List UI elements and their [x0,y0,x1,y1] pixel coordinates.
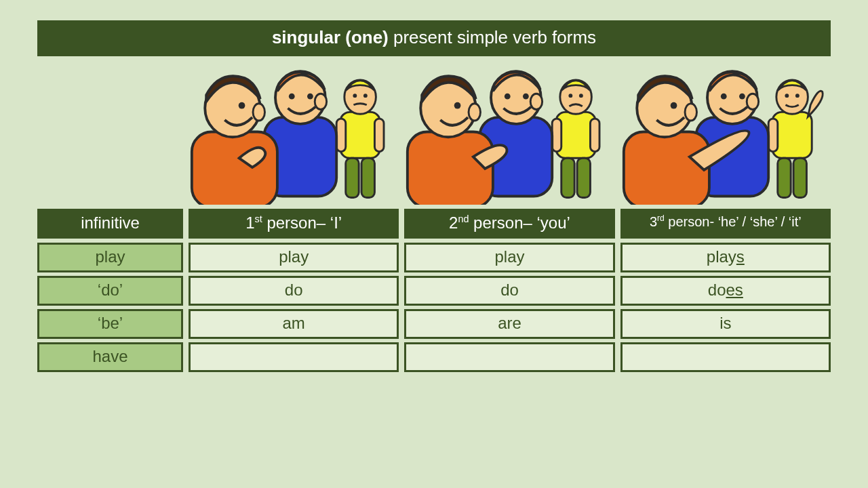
svg-point-45 [747,94,758,109]
header-2nd-person: 2nd person– ‘you’ [404,209,614,239]
illustration-2nd-person [404,59,614,205]
cell-3rd: plays [620,243,831,272]
table-row: play play play plays [37,243,831,272]
header-infinitive: infinitive [37,209,183,239]
sup: nd [458,214,469,224]
svg-rect-6 [346,158,359,197]
cell-1st: do [189,276,399,306]
cell-2nd: do [404,276,614,306]
svg-point-11 [307,94,313,100]
ord: 2 [449,214,458,232]
svg-point-43 [721,94,727,100]
svg-point-29 [531,94,542,109]
svg-rect-46 [624,132,709,205]
tail: person– ‘I’ [262,214,342,232]
table-row: ‘do’ do do does [37,276,831,306]
cell-infinitive: ‘be’ [37,309,183,339]
svg-point-36 [785,94,789,98]
svg-rect-24 [577,158,590,197]
svg-point-19 [569,94,573,98]
cell-infinitive: have [37,342,183,372]
pre: play [707,247,736,266]
cell-3rd: is [620,309,831,339]
svg-rect-13 [192,132,277,205]
people-trio-icon [189,59,399,205]
tail: person– ‘you’ [469,214,570,232]
svg-rect-40 [793,158,806,197]
svg-rect-7 [361,158,374,197]
svg-point-27 [505,94,511,100]
svg-rect-39 [777,158,790,197]
svg-point-37 [795,94,800,98]
svg-point-20 [579,94,583,98]
people-trio-icon [620,59,831,205]
svg-point-32 [454,102,461,109]
svg-point-10 [289,94,295,100]
underline: es [726,281,743,299]
svg-rect-30 [408,132,493,205]
svg-rect-23 [561,158,574,197]
cell-3rd: does [620,276,831,306]
title-rest: present simple verb forms [389,27,596,47]
illustration-3rd-person [620,59,831,205]
cell-3rd [620,342,831,372]
ord: 3 [650,214,657,229]
tail: person- ‘he’ / ‘she’ / ‘it’ [665,214,802,229]
underline: s [736,247,745,266]
cell-2nd [404,342,614,372]
svg-point-33 [469,104,480,121]
svg-point-2 [353,94,357,98]
svg-rect-4 [336,119,346,151]
verb-table: play play play plays ‘do’ do do does ‘be… [37,243,831,372]
illustration-spacer [37,59,183,205]
table-row: ‘be’ am are is [37,309,831,339]
svg-point-44 [739,94,745,100]
svg-point-49 [685,104,696,121]
title-bar: singular (one) present simple verb forms [37,20,831,56]
svg-point-16 [253,104,264,121]
cell-2nd: are [404,309,614,339]
svg-point-15 [239,102,245,109]
table-row: have [37,342,831,372]
cell-infinitive: ‘do’ [37,276,183,306]
column-headers: infinitive 1st person– ‘I’ 2nd person– ‘… [37,209,831,239]
cell-1st: play [189,243,399,272]
sup: st [255,214,262,224]
svg-point-3 [363,94,368,98]
svg-rect-22 [591,119,600,151]
title-bold: singular (one) [272,27,389,47]
svg-point-48 [670,102,677,109]
sup: rd [657,214,665,223]
cell-2nd: play [404,243,614,272]
illustration-1st-person [189,59,399,205]
svg-rect-21 [553,119,562,151]
pre: do [708,281,726,299]
people-trio-icon [404,59,614,205]
svg-point-12 [315,94,326,109]
svg-rect-38 [768,119,778,151]
svg-rect-5 [374,119,384,151]
cell-1st [189,342,399,372]
cell-infinitive: play [37,243,183,272]
ord: 1 [245,214,254,232]
illustration-row [37,59,831,205]
svg-point-28 [523,94,529,100]
header-1st-person: 1st person– ‘I’ [189,209,399,239]
header-3rd-person: 3rd person- ‘he’ / ‘she’ / ‘it’ [620,209,831,239]
pre: is [719,314,731,332]
cell-1st: am [189,309,399,339]
